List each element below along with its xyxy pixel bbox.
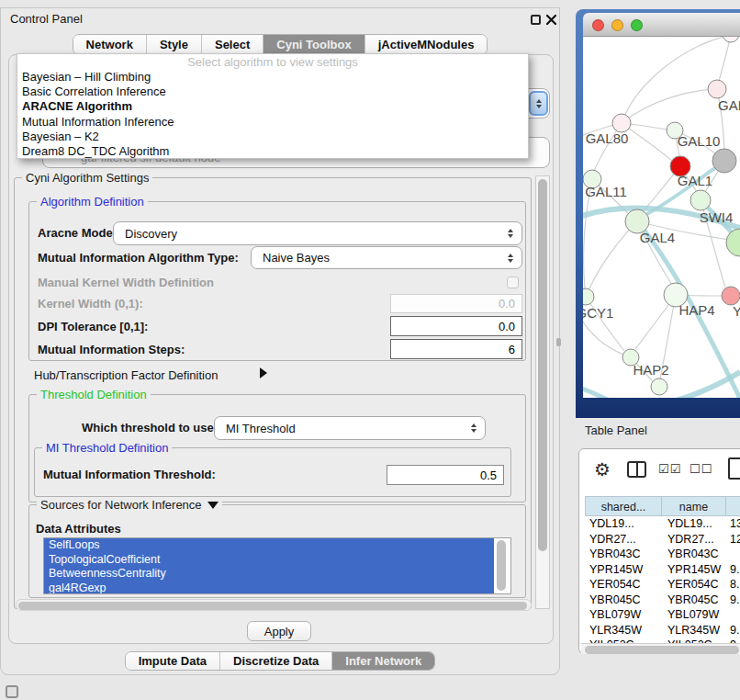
- table-column-header[interactable]: [726, 496, 740, 516]
- restore-panel-icon[interactable]: [6, 685, 18, 698]
- dropdown-item[interactable]: Bayesian – Hill Climbing: [17, 70, 528, 85]
- close-window-icon[interactable]: [592, 19, 604, 31]
- network-view-inner: GALGAL80GAL10GAL1GAL11SWI4GAL4GCY1HAP4YH…: [583, 13, 740, 398]
- table-row[interactable]: YLR345W YLR345W 9.: [585, 623, 740, 638]
- cell-shared-name: YBR043C: [585, 547, 662, 562]
- table-row[interactable]: YPR145W YPR145W 9.: [585, 562, 740, 578]
- kernel-width-label: Kernel Width (0,1):: [38, 297, 143, 311]
- list-vertical-scrollbar[interactable]: [495, 538, 509, 593]
- tab-label: Style: [160, 38, 188, 51]
- mi-steps-field[interactable]: 6: [390, 339, 522, 359]
- cell-shared-name: YDR27...: [585, 532, 662, 548]
- dropdown-item[interactable]: Bayesian – K2: [17, 130, 528, 144]
- dpi-tolerance-field[interactable]: 0.0: [390, 316, 522, 336]
- dropdown-item[interactable]: Mutual Information Inference: [17, 115, 528, 130]
- cell-name: YLR345W: [662, 623, 726, 638]
- mi-steps-label: Mutual Information Steps:: [38, 343, 185, 357]
- table-panel-window: ⚙ ☑☑ ☐☐ shared...name YDL19... YDL19... …: [578, 448, 740, 654]
- table-row[interactable]: YBL079W YBL079W: [585, 607, 740, 623]
- table-horizontal-scrollbar[interactable]: [581, 643, 740, 654]
- apply-button[interactable]: Apply: [247, 621, 311, 641]
- gear-icon[interactable]: ⚙: [594, 457, 611, 481]
- tab[interactable]: Network: [73, 35, 146, 54]
- dropdown-item[interactable]: Dream8 DC_TDC Algorithm: [17, 144, 528, 159]
- which-threshold-label: Which threshold to use:: [82, 421, 218, 435]
- tab[interactable]: jActiveMNodules: [364, 35, 488, 54]
- kernel-width-field[interactable]: 0.0: [390, 294, 522, 313]
- bottom-tab[interactable]: Impute Data: [126, 652, 219, 670]
- kernel-width-value: 0.0: [499, 297, 515, 310]
- tab[interactable]: Select: [201, 35, 263, 54]
- table-row[interactable]: YDR27... YDR27... 12: [585, 532, 740, 548]
- scrollbar-thumb[interactable]: [585, 646, 739, 654]
- network-node[interactable]: [583, 288, 594, 305]
- bottom-tab[interactable]: Infer Network: [331, 652, 434, 670]
- aracne-mode-combo[interactable]: Discovery: [113, 221, 522, 245]
- network-view-window[interactable]: GALGAL80GAL10GAL1GAL11SWI4GAL4GCY1HAP4YH…: [576, 9, 740, 418]
- split-panel-icon[interactable]: [627, 461, 646, 478]
- table-column-header[interactable]: shared...: [585, 496, 662, 516]
- scrollbar-thumb[interactable]: [497, 540, 506, 591]
- bottom-tab[interactable]: Discretize Data: [219, 652, 331, 670]
- table-row[interactable]: YDL19... YDL19... 13: [585, 516, 740, 532]
- network-node[interactable]: [726, 229, 740, 256]
- cell-name: YDR27...: [662, 532, 726, 548]
- expand-arrow-icon[interactable]: [260, 367, 267, 378]
- dropdown-item[interactable]: Basic Correlation Inference: [17, 85, 528, 99]
- table-row[interactable]: YBR043C YBR043C: [585, 547, 740, 562]
- new-table-icon[interactable]: [728, 457, 740, 480]
- tab[interactable]: Style: [146, 35, 201, 54]
- combo-spinner-focused[interactable]: [529, 91, 548, 116]
- which-threshold-value: MI Threshold: [226, 422, 296, 435]
- network-node[interactable]: [708, 80, 726, 98]
- mi-threshold-frame-title: MI Threshold Definition: [42, 441, 172, 455]
- network-edge[interactable]: [622, 89, 717, 123]
- network-node-label: Y: [733, 303, 740, 319]
- network-window-titlebar[interactable]: [583, 13, 740, 37]
- dropdown-item[interactable]: ARACNE Algorithm: [17, 99, 528, 114]
- settings-horizontal-scrollbar[interactable]: [16, 599, 532, 611]
- deselect-all-checkboxes-icon[interactable]: ☐☐: [690, 461, 712, 478]
- close-panel-icon[interactable]: [545, 14, 557, 26]
- network-node-label: SWI4: [700, 209, 734, 225]
- mi-threshold-value: 0.5: [480, 469, 497, 482]
- divider-grip[interactable]: [556, 338, 561, 346]
- network-node[interactable]: [612, 114, 631, 132]
- network-edge[interactable]: [719, 37, 731, 81]
- minimize-window-icon[interactable]: [611, 19, 623, 31]
- attribute-list-item[interactable]: BetweennessCentrality: [44, 567, 494, 581]
- data-attributes-list[interactable]: SelfLoopsTopologicalCoefficientBetweenne…: [43, 537, 511, 594]
- table-row[interactable]: YBR045C YBR045C 9.: [585, 593, 740, 608]
- scrollbar-thumb[interactable]: [538, 179, 547, 551]
- table-row[interactable]: YER054C YER054C 8.: [585, 577, 740, 593]
- zoom-window-icon[interactable]: [631, 19, 643, 31]
- mi-threshold-field[interactable]: 0.5: [387, 465, 504, 485]
- cell-name: YBR043C: [662, 547, 726, 562]
- network-node[interactable]: [690, 190, 711, 210]
- table-column-header[interactable]: name: [662, 496, 726, 516]
- control-panel-window: Control Panel Network Style: [0, 7, 560, 675]
- mi-type-combo[interactable]: Naive Bayes: [251, 246, 522, 269]
- network-node[interactable]: [712, 149, 736, 173]
- combo-arrows-icon: [471, 423, 477, 433]
- which-threshold-combo[interactable]: MI Threshold: [214, 416, 486, 440]
- attribute-list-item[interactable]: gal4RGexp: [44, 581, 494, 595]
- attribute-list-item[interactable]: TopologicalCoefficient: [44, 553, 494, 568]
- network-edge[interactable]: [583, 386, 624, 398]
- attribute-list-item[interactable]: SelfLoops: [44, 538, 494, 553]
- select-all-checkboxes-icon[interactable]: ☑☑: [658, 461, 681, 478]
- manual-kernel-checkbox[interactable]: [507, 277, 519, 288]
- float-panel-icon[interactable]: [531, 15, 541, 25]
- network-node-label: HAP2: [633, 362, 668, 378]
- table-header-row: shared...name: [585, 496, 740, 516]
- dpi-tolerance-label: DPI Tolerance [0,1]:: [38, 320, 148, 334]
- scrollbar-thumb[interactable]: [18, 602, 527, 610]
- tab[interactable]: Cyni Toolbox: [263, 35, 364, 54]
- settings-vertical-scrollbar[interactable]: [535, 175, 550, 609]
- network-node[interactable]: [651, 378, 667, 395]
- network-node[interactable]: [723, 37, 739, 42]
- network-node[interactable]: [722, 287, 740, 305]
- cell-value: 9.: [726, 593, 740, 608]
- collapse-arrow-icon[interactable]: [207, 502, 219, 509]
- network-canvas[interactable]: GALGAL80GAL10GAL1GAL11SWI4GAL4GCY1HAP4YH…: [583, 37, 740, 398]
